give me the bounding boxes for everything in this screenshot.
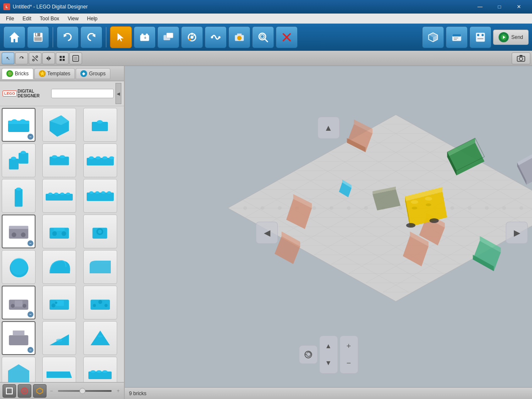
sec-cut-btn[interactable] [29,52,41,64]
title-bar: L Untitled* - LEGO Digital Designer — □ … [0,0,532,14]
camera-snap-btn[interactable] [512,52,530,64]
cam-zoom-controls[interactable]: + − [340,336,358,374]
svg-point-194 [502,206,506,210]
zoom-slider[interactable] [58,390,112,392]
sec-group-btn[interactable] [69,52,82,64]
clone-button[interactable] [157,26,179,48]
brick-item[interactable]: − [2,215,36,248]
brick-item[interactable] [42,108,76,142]
add-brick-button[interactable]: + [134,26,156,48]
hinge-button[interactable] [181,26,203,48]
logo-text: DIGITAL DESIGNER [18,89,50,98]
brick-item[interactable] [83,357,117,382]
svg-point-60 [11,119,17,123]
flex-button[interactable] [205,26,227,48]
brick-item[interactable] [83,321,117,355]
brick-item[interactable] [42,357,76,382]
svg-point-56 [519,57,523,61]
svg-point-117 [98,335,102,338]
search-input[interactable] [51,89,114,98]
brick-item[interactable] [2,357,36,382]
tab-templates[interactable]: ⭐ Templates [34,68,75,79]
svg-rect-59 [8,121,29,124]
zoom-minus-label: − [50,388,53,394]
brick-item[interactable] [83,108,117,142]
brick-item[interactable] [42,179,76,213]
paint-button[interactable] [228,26,250,48]
menu-help[interactable]: Help [83,15,102,22]
brick-item[interactable]: − [2,321,36,355]
brick-item[interactable] [83,215,117,248]
undo-button[interactable] [57,26,79,48]
menu-view[interactable]: View [63,15,83,22]
view3d-button[interactable] [422,26,444,48]
cam-ud-btn[interactable]: ▲ ▼ [319,336,338,374]
svg-point-137 [23,389,26,393]
sec-rotate-btn[interactable] [15,52,28,64]
brick-item[interactable] [83,286,117,319]
cam-reset-btn[interactable] [299,345,318,364]
svg-point-106 [52,303,55,307]
brick-item[interactable] [42,143,76,177]
save-button[interactable] [27,26,49,48]
menu-file[interactable]: File [2,15,18,22]
zoom-select-button[interactable] [252,26,274,48]
brick-item[interactable] [42,321,76,355]
brick-item[interactable] [42,215,76,248]
sec-array-btn[interactable] [56,52,69,64]
brick-item[interactable] [42,250,76,284]
content: 🟢 Bricks ⭐ Templates ◆ Groups LEGO DIGIT… [0,66,532,399]
count-button[interactable] [469,26,491,48]
send-button[interactable]: Send [493,30,529,45]
canvas-area[interactable]: ▲ ◀ ▶ ▲ ▼ + − 9 bricks [125,66,532,399]
redo-button[interactable] [80,26,102,48]
brick-item[interactable] [2,143,36,177]
view-2d-btn[interactable] [3,384,16,398]
svg-marker-47 [46,57,48,60]
tab-templates-icon: ⭐ [39,70,46,77]
svg-point-74 [102,157,107,160]
svg-marker-116 [90,330,110,345]
sec-select-btn[interactable]: ↖ [2,52,14,64]
nav-right-button[interactable]: ▶ [506,222,528,244]
zoom-thumb[interactable] [80,388,85,394]
brick-item[interactable] [2,179,36,213]
nav-up-button[interactable]: ▲ [318,117,340,139]
brick-item[interactable] [2,250,36,284]
svg-rect-135 [6,388,12,394]
menu-toolbox[interactable]: Tool Box [36,15,63,22]
minimize-button[interactable]: — [470,0,490,14]
brick-item[interactable]: − [2,108,36,142]
svg-point-65 [11,157,16,160]
brick-item[interactable] [42,286,76,319]
sec-mirror-btn[interactable] [42,52,55,64]
svg-point-115 [56,338,63,341]
view-color-btn[interactable] [18,384,31,398]
svg-point-26 [261,35,264,39]
title-bar-controls[interactable]: — □ ✕ [470,0,529,14]
close-button[interactable]: ✕ [509,0,529,14]
select-button[interactable] [110,26,132,48]
svg-rect-54 [74,57,77,60]
view-3d-btn[interactable] [33,384,47,398]
svg-point-44 [33,59,34,61]
cam-plus-label: + [346,342,351,351]
home-button[interactable] [3,26,25,48]
brick-item[interactable] [83,250,117,284]
svg-point-183 [313,206,316,210]
svg-point-184 [329,206,333,210]
tab-bricks[interactable]: 🟢 Bricks [2,68,33,79]
brick-item[interactable] [83,179,117,213]
brick-item[interactable]: − [2,286,36,319]
build-guide-button[interactable] [446,26,468,48]
svg-point-67 [21,151,26,154]
menu-edit[interactable]: Edit [18,15,36,22]
svg-point-91 [21,232,26,237]
svg-point-181 [278,206,282,210]
maximize-button[interactable]: □ [490,0,509,14]
tab-groups[interactable]: ◆ Groups [76,68,110,79]
nav-left-button[interactable]: ◀ [256,222,278,244]
panel-collapse-btn[interactable]: ◀ [115,83,121,104]
brick-item[interactable] [83,143,117,177]
delete-button[interactable] [276,26,298,48]
